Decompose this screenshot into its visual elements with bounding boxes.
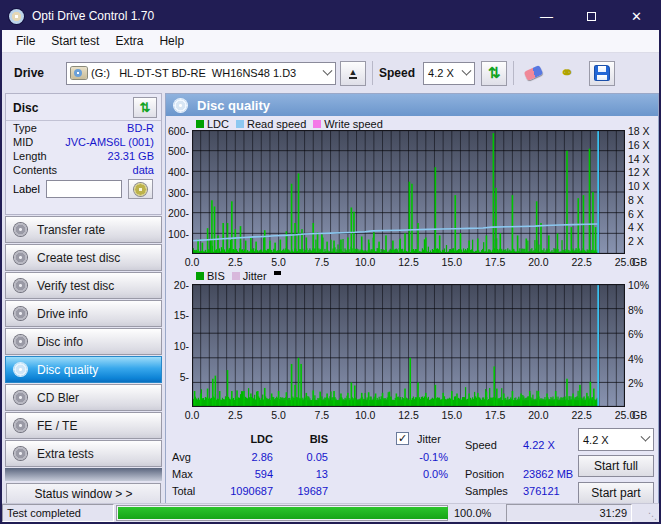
y-axis-tick-label: 400-: [166, 166, 189, 178]
disc-row-label: Type: [13, 122, 37, 134]
disc-quality-icon: [174, 99, 187, 112]
sidebar-item-disc-quality[interactable]: Disc quality: [5, 356, 162, 383]
total-row-label: Total: [172, 485, 195, 497]
x-axis-tick-label: 15.0: [442, 256, 462, 268]
disc-label-button[interactable]: [128, 179, 153, 199]
x-axis-tick-label: 20.0: [528, 409, 548, 421]
menu-item-file[interactable]: File: [8, 31, 43, 51]
disc-icon: [14, 391, 27, 404]
x-axis-tick-label: 12.5: [398, 256, 418, 268]
y-axis-right-tick-label: 14 X: [628, 153, 650, 165]
sidebar-item-disc-info[interactable]: Disc info: [5, 328, 162, 355]
x-axis-tick-label: 15.0: [442, 409, 462, 421]
disc-panel-title: Disc: [13, 101, 38, 115]
y-axis-tick-label: 15-: [166, 309, 189, 321]
disc-quality-panel: Disc quality LDCRead speedWrite speed 60…: [165, 93, 659, 504]
sidebar-item-fe-te[interactable]: FE / TE: [5, 412, 162, 439]
sidebar-item-label: Verify test disc: [37, 279, 114, 293]
speed-select[interactable]: 4.2 X: [423, 62, 475, 85]
cd-icon: [134, 183, 147, 196]
menu-item-help[interactable]: Help: [151, 31, 192, 51]
y-axis-right-tick-label: 10 X: [628, 180, 650, 192]
disc-icon: [14, 279, 27, 292]
x-axis-tick-label: 10.0: [355, 256, 375, 268]
y-axis-right-tick-label: 18 X: [628, 125, 650, 137]
progress-bar: [116, 505, 448, 521]
sidebar-item-create-test-disc[interactable]: Create test disc: [5, 244, 162, 271]
menu-item-start-test[interactable]: Start test: [43, 31, 107, 51]
drive-value: (G:) HL-DT-ST BD-RE WH16NS48 1.D3: [91, 67, 296, 79]
y-axis-right-tick-label: 10%: [628, 279, 649, 291]
position-stat-value: 23862 MB: [523, 468, 573, 480]
legend-swatch: [236, 120, 244, 128]
sidebar-item-label: Extra tests: [37, 447, 94, 461]
sidebar-item-cd-bler[interactable]: CD Bler: [5, 384, 162, 411]
drive-select[interactable]: (G:) HL-DT-ST BD-RE WH16NS48 1.D3: [66, 62, 336, 85]
menu-bar: FileStart testExtraHelp: [2, 30, 659, 53]
start-part-button[interactable]: Start part: [578, 482, 654, 504]
disc-icon: [14, 223, 27, 236]
sidebar-item-label: Create test disc: [37, 251, 120, 265]
panel-header: Disc quality: [166, 94, 658, 116]
maximize-button[interactable]: [569, 2, 614, 30]
chart-legend-bottom: BISJitter: [196, 270, 281, 282]
samples-stat-label: Samples: [465, 485, 508, 497]
samples-stat-value: 376121: [523, 485, 560, 497]
sidebar-item-drive-info[interactable]: Drive info: [5, 300, 162, 327]
x-axis-tick-label: 22.5: [571, 256, 591, 268]
x-axis-tick-label: 7.5: [315, 409, 330, 421]
ldc-column-header: LDC: [221, 433, 273, 445]
disc-icon: [14, 335, 27, 348]
disc-label-input[interactable]: [46, 180, 122, 198]
eject-button[interactable]: ▲: [340, 61, 366, 86]
sidebar-item-verify-test-disc[interactable]: Verify test disc: [5, 272, 162, 299]
avg-bis-value: 0.05: [284, 451, 328, 463]
x-axis-tick-label: 5.0: [271, 409, 286, 421]
refresh-button[interactable]: ⇅: [481, 61, 507, 86]
avg-ldc-value: 2.86: [221, 451, 273, 463]
x-axis-unit-label: GB: [632, 256, 647, 268]
legend-swatch: [196, 120, 204, 128]
minimize-button[interactable]: —: [524, 2, 569, 30]
y-axis-tick-label: 300-: [166, 187, 189, 199]
menu-item-extra[interactable]: Extra: [107, 31, 151, 51]
x-axis-tick-label: 20.0: [528, 256, 548, 268]
y-axis-right-tick-label: 12 X: [628, 166, 650, 178]
y-axis-right-tick-label: 2 X: [628, 235, 644, 247]
bis-jitter-chart: 20-15-10-5-10%8%6%4%2%0.02.55.07.510.012…: [166, 284, 660, 421]
y-axis-right-tick-label: 8 X: [628, 194, 644, 206]
disc-row-label: Length: [13, 150, 47, 162]
start-full-button[interactable]: Start full: [578, 455, 654, 477]
legend-label: Read speed: [247, 118, 306, 130]
y-axis-tick-label: 5-: [166, 371, 189, 383]
inspect-button[interactable]: ⚭: [554, 61, 580, 86]
speed-value: 4.2 X: [428, 67, 454, 79]
eraser-icon: [523, 65, 543, 81]
status-window-button[interactable]: Status window > >: [6, 483, 161, 504]
x-axis-unit-label: GB: [632, 409, 647, 421]
legend-label: LDC: [207, 118, 229, 130]
save-button[interactable]: [589, 61, 615, 86]
jitter-checkbox[interactable]: ✓: [396, 432, 409, 445]
legend-item: LDC: [196, 118, 229, 130]
sidebar-nav: Transfer rateCreate test discVerify test…: [5, 216, 162, 468]
disc-refresh-button[interactable]: ⇅: [133, 97, 157, 118]
y-axis-right-tick-label: 4 X: [628, 221, 644, 233]
x-axis-tick-label: 7.5: [315, 256, 330, 268]
disc-icon: [14, 307, 27, 320]
disc-icon: [14, 363, 27, 376]
x-axis-tick-label: 2.5: [228, 409, 243, 421]
panel-title: Disc quality: [197, 98, 270, 113]
y-axis-tick-label: 500-: [166, 145, 189, 157]
sidebar-item-extra-tests[interactable]: Extra tests: [5, 440, 162, 467]
sidebar-item-label: Disc info: [37, 335, 83, 349]
close-button[interactable]: ✕: [614, 2, 659, 30]
resize-grip[interactable]: ⋱: [645, 504, 659, 522]
erase-disc-button[interactable]: [520, 61, 546, 86]
window-title: Opti Drive Control 1.70: [32, 9, 154, 23]
sidebar-item-transfer-rate[interactable]: Transfer rate: [5, 216, 162, 243]
test-speed-select[interactable]: 4.2 X: [578, 428, 654, 451]
disc-icon: [14, 447, 27, 460]
legend-position-marker: [274, 271, 281, 275]
y-axis-right-tick-label: 8%: [628, 304, 643, 316]
